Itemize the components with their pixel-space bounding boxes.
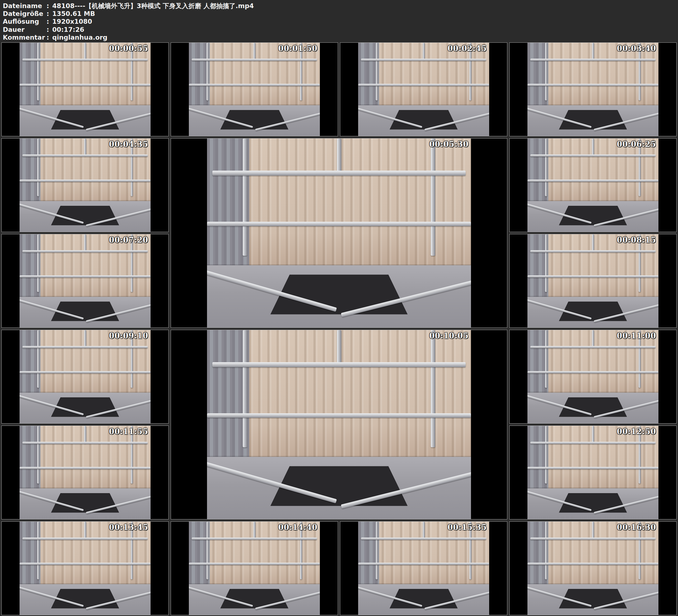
metadata-row-filesize: Dateigröße:1350.61 MB [3,10,678,17]
frame-pole [545,43,547,101]
timestamp-overlay: 00:10:05 [429,332,469,340]
video-thumbnail[interactable]: 00:01:50 [171,42,338,136]
frame-bar [189,563,320,565]
frame-bar [207,222,471,226]
frame-pole [37,139,39,196]
video-thumbnail[interactable]: 00:15:35 [340,521,507,615]
duration-value: 00:17:26 [52,26,678,34]
video-frame-preview: 00:06:25 [527,139,658,232]
frame-pole [243,139,247,256]
frame-bar [530,59,656,61]
video-frame-preview: 00:09:10 [20,330,151,423]
frame-pole [253,43,256,60]
frame-pole [84,139,86,156]
frame-pole [592,139,594,156]
video-thumbnail[interactable]: 00:12:50 [509,426,677,519]
frame-pole [545,234,547,292]
frame-pole [206,522,209,579]
frame-pole [431,330,435,447]
frame-bar [22,59,148,61]
video-thumbnail[interactable]: 00:08:15 [509,234,677,328]
video-frame-preview: 00:01:50 [189,43,320,136]
frame-bar [530,250,656,253]
filesize-value: 1350.61 MB [52,10,678,17]
timestamp-overlay: 00:12:50 [617,427,656,436]
timestamp-overlay: 00:13:45 [109,523,148,532]
metadata-label: Dauer [3,26,43,34]
metadata-separator: : [43,10,52,17]
frame-bar [22,538,148,540]
video-thumbnail[interactable]: 00:05:30 [171,138,507,328]
video-thumbnail[interactable]: 00:16:30 [509,521,677,615]
frame-pole [545,139,547,196]
frame-bar [358,563,489,565]
frame-pole [337,139,341,175]
video-thumbnail[interactable]: 00:00:55 [1,42,169,136]
video-thumbnail[interactable]: 00:04:35 [1,138,169,232]
video-thumbnail[interactable]: 00:02:45 [340,42,507,136]
frame-bar [22,346,148,348]
frame-pole [592,43,594,60]
video-thumbnail[interactable]: 00:10:05 [171,330,507,519]
frame-bar [530,154,656,157]
frame-pole [545,426,547,484]
frame-pole [592,522,594,539]
frame-bar [189,84,320,86]
metadata-separator: : [43,26,52,34]
file-metadata-panel: Dateiname:48108----【机械墙外飞升】3种模式 下身叉入折磨 人… [0,0,678,41]
frame-bar [212,170,466,176]
frame-pole [545,330,547,388]
frame-bar [192,538,317,540]
frame-pole [84,234,86,252]
video-frame-preview: 00:07:20 [20,234,151,328]
timestamp-overlay: 00:02:45 [448,44,487,53]
resolution-value: 1920x1080 [52,17,678,26]
video-thumbnail[interactable]: 00:13:45 [1,521,169,615]
video-frame-preview: 00:10:05 [207,330,471,519]
video-thumbnail[interactable]: 00:11:55 [1,426,169,519]
frame-pole [37,43,39,101]
frame-bar [192,59,317,61]
video-thumbnail[interactable]: 00:06:25 [509,138,677,232]
video-frame-preview: 00:14:40 [189,522,320,615]
timestamp-overlay: 00:05:30 [429,140,469,149]
timestamp-overlay: 00:14:40 [278,523,317,532]
frame-bar [20,467,151,469]
timestamp-overlay: 00:04:35 [109,140,148,149]
frame-bar [22,442,148,444]
frame-bar [22,154,148,157]
video-frame-preview: 00:00:55 [20,43,151,136]
frame-bar [358,84,489,86]
video-frame-preview: 00:02:45 [358,43,489,136]
frame-bar [527,180,658,182]
video-thumbnail[interactable]: 00:03:40 [509,42,677,136]
timestamp-overlay: 00:16:30 [617,523,656,532]
timestamp-overlay: 00:03:40 [617,44,656,53]
thumbnail-grid: 00:00:55 00:01:50 [0,41,678,615]
frame-bar [212,362,466,367]
timestamp-overlay: 00:09:10 [109,332,148,340]
video-frame-preview: 00:15:35 [358,522,489,615]
metadata-row-filename: Dateiname:48108----【机械墙外飞升】3种模式 下身叉入折磨 人… [3,2,678,10]
frame-pole [423,522,425,539]
timestamp-overlay: 00:08:15 [617,236,656,244]
frame-pole [337,330,341,366]
video-thumbnail[interactable]: 00:09:10 [1,330,169,424]
metadata-separator: : [43,34,52,41]
metadata-row-comment: Kommentar:qinglanhua.org [3,34,678,41]
video-frame-preview: 00:12:50 [527,426,658,519]
frame-pole [243,330,247,447]
video-thumbnail[interactable]: 00:11:00 [509,330,677,424]
video-thumbnail[interactable]: 00:07:20 [1,234,169,328]
timestamp-overlay: 00:15:35 [448,523,487,532]
video-frame-preview: 00:05:30 [207,139,471,328]
contact-sheet-page: { "header": { "rows": [ { "label": "Date… [0,0,678,616]
frame-pole [592,330,594,348]
frame-pole [37,234,39,292]
frame-bar [361,538,487,540]
filename-value: 48108----【机械墙外飞升】3种模式 下身叉入折磨 人都抽搐了.mp4 [52,2,678,10]
frame-pole [545,522,547,579]
video-frame-preview: 00:11:00 [527,330,658,423]
video-thumbnail[interactable]: 00:14:40 [171,521,338,615]
frame-pole [376,522,378,579]
